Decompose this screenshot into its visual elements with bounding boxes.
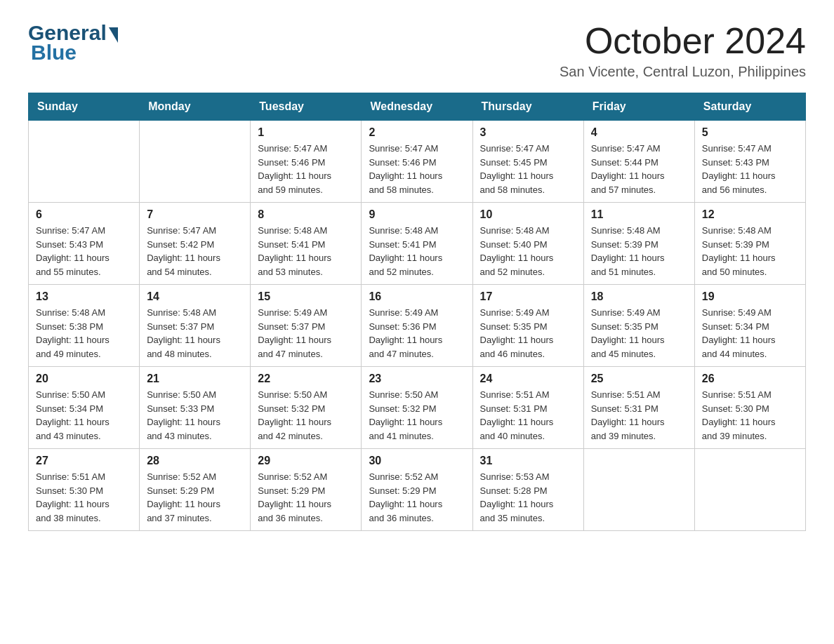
calendar-cell: 15Sunrise: 5:49 AMSunset: 5:37 PMDayligh… <box>251 285 362 367</box>
calendar-header-saturday: Saturday <box>694 93 805 121</box>
calendar-cell: 27Sunrise: 5:51 AMSunset: 5:30 PMDayligh… <box>29 449 140 531</box>
day-number: 20 <box>36 373 132 385</box>
calendar-cell: 6Sunrise: 5:47 AMSunset: 5:43 PMDaylight… <box>29 203 140 285</box>
calendar-cell: 29Sunrise: 5:52 AMSunset: 5:29 PMDayligh… <box>251 449 362 531</box>
calendar-header-sunday: Sunday <box>29 93 140 121</box>
calendar-cell <box>29 121 140 203</box>
day-number: 2 <box>369 126 465 139</box>
calendar-cell: 28Sunrise: 5:52 AMSunset: 5:29 PMDayligh… <box>140 449 251 531</box>
calendar-cell: 12Sunrise: 5:48 AMSunset: 5:39 PMDayligh… <box>694 203 805 285</box>
day-info: Sunrise: 5:49 AMSunset: 5:35 PMDaylight:… <box>480 306 576 361</box>
day-info: Sunrise: 5:52 AMSunset: 5:29 PMDaylight:… <box>147 470 243 525</box>
day-number: 30 <box>369 455 465 467</box>
calendar-cell: 9Sunrise: 5:48 AMSunset: 5:41 PMDaylight… <box>362 203 472 285</box>
day-info: Sunrise: 5:49 AMSunset: 5:37 PMDaylight:… <box>258 306 354 361</box>
logo: General Blue <box>28 21 118 65</box>
calendar-cell: 2Sunrise: 5:47 AMSunset: 5:46 PMDaylight… <box>362 121 472 203</box>
calendar-cell: 19Sunrise: 5:49 AMSunset: 5:34 PMDayligh… <box>694 285 805 367</box>
calendar-cell: 22Sunrise: 5:50 AMSunset: 5:32 PMDayligh… <box>251 367 362 449</box>
day-info: Sunrise: 5:50 AMSunset: 5:32 PMDaylight:… <box>369 388 465 443</box>
day-info: Sunrise: 5:47 AMSunset: 5:43 PMDaylight:… <box>702 142 798 196</box>
calendar-cell: 7Sunrise: 5:47 AMSunset: 5:42 PMDaylight… <box>140 203 251 285</box>
calendar-cell: 25Sunrise: 5:51 AMSunset: 5:31 PMDayligh… <box>583 367 694 449</box>
day-number: 14 <box>147 290 243 303</box>
day-number: 31 <box>480 455 576 467</box>
day-info: Sunrise: 5:47 AMSunset: 5:44 PMDaylight:… <box>591 142 687 196</box>
calendar-cell: 3Sunrise: 5:47 AMSunset: 5:45 PMDaylight… <box>472 121 583 203</box>
calendar-table: SundayMondayTuesdayWednesdayThursdayFrid… <box>28 93 806 531</box>
calendar-cell <box>140 121 251 203</box>
calendar-cell: 21Sunrise: 5:50 AMSunset: 5:33 PMDayligh… <box>140 367 251 449</box>
calendar-cell: 8Sunrise: 5:48 AMSunset: 5:41 PMDaylight… <box>251 203 362 285</box>
day-number: 28 <box>147 455 243 467</box>
title-area: October 2024 San Vicente, Central Luzon,… <box>560 21 806 80</box>
calendar-cell <box>583 449 694 531</box>
day-number: 1 <box>258 126 354 139</box>
day-number: 21 <box>147 373 243 385</box>
day-info: Sunrise: 5:48 AMSunset: 5:39 PMDaylight:… <box>702 224 798 279</box>
day-number: 4 <box>591 126 687 139</box>
day-info: Sunrise: 5:48 AMSunset: 5:41 PMDaylight:… <box>369 224 465 279</box>
day-info: Sunrise: 5:48 AMSunset: 5:38 PMDaylight:… <box>36 306 132 361</box>
calendar-header-thursday: Thursday <box>472 93 583 121</box>
day-info: Sunrise: 5:48 AMSunset: 5:40 PMDaylight:… <box>480 224 576 279</box>
day-number: 26 <box>702 373 798 385</box>
day-number: 27 <box>36 455 132 467</box>
calendar-week-row: 27Sunrise: 5:51 AMSunset: 5:30 PMDayligh… <box>29 449 806 531</box>
day-info: Sunrise: 5:47 AMSunset: 5:45 PMDaylight:… <box>480 142 576 196</box>
calendar-cell: 13Sunrise: 5:48 AMSunset: 5:38 PMDayligh… <box>29 285 140 367</box>
day-number: 15 <box>258 290 354 303</box>
day-number: 16 <box>369 290 465 303</box>
day-number: 18 <box>591 290 687 303</box>
day-info: Sunrise: 5:51 AMSunset: 5:31 PMDaylight:… <box>591 388 687 443</box>
day-info: Sunrise: 5:48 AMSunset: 5:39 PMDaylight:… <box>591 224 687 279</box>
calendar-cell: 23Sunrise: 5:50 AMSunset: 5:32 PMDayligh… <box>362 367 472 449</box>
day-info: Sunrise: 5:50 AMSunset: 5:34 PMDaylight:… <box>36 388 132 443</box>
calendar-cell: 30Sunrise: 5:52 AMSunset: 5:29 PMDayligh… <box>362 449 472 531</box>
calendar-header-tuesday: Tuesday <box>251 93 362 121</box>
calendar-cell: 26Sunrise: 5:51 AMSunset: 5:30 PMDayligh… <box>694 367 805 449</box>
calendar-week-row: 13Sunrise: 5:48 AMSunset: 5:38 PMDayligh… <box>29 285 806 367</box>
day-number: 29 <box>258 455 354 467</box>
calendar-week-row: 6Sunrise: 5:47 AMSunset: 5:43 PMDaylight… <box>29 203 806 285</box>
calendar-cell: 11Sunrise: 5:48 AMSunset: 5:39 PMDayligh… <box>583 203 694 285</box>
day-info: Sunrise: 5:52 AMSunset: 5:29 PMDaylight:… <box>258 470 354 525</box>
day-info: Sunrise: 5:50 AMSunset: 5:32 PMDaylight:… <box>258 388 354 443</box>
page-header: General Blue October 2024 San Vicente, C… <box>28 21 806 80</box>
calendar-cell: 31Sunrise: 5:53 AMSunset: 5:28 PMDayligh… <box>472 449 583 531</box>
day-info: Sunrise: 5:47 AMSunset: 5:42 PMDaylight:… <box>147 224 243 279</box>
day-number: 19 <box>702 290 798 303</box>
calendar-cell: 14Sunrise: 5:48 AMSunset: 5:37 PMDayligh… <box>140 285 251 367</box>
day-number: 3 <box>480 126 576 139</box>
calendar-header-row: SundayMondayTuesdayWednesdayThursdayFrid… <box>29 93 806 121</box>
day-number: 12 <box>702 208 798 221</box>
day-info: Sunrise: 5:49 AMSunset: 5:36 PMDaylight:… <box>369 306 465 361</box>
calendar-header-monday: Monday <box>140 93 251 121</box>
day-number: 9 <box>369 208 465 221</box>
day-info: Sunrise: 5:47 AMSunset: 5:46 PMDaylight:… <box>258 142 354 196</box>
calendar-cell: 4Sunrise: 5:47 AMSunset: 5:44 PMDaylight… <box>583 121 694 203</box>
calendar-cell: 18Sunrise: 5:49 AMSunset: 5:35 PMDayligh… <box>583 285 694 367</box>
calendar-cell: 1Sunrise: 5:47 AMSunset: 5:46 PMDaylight… <box>251 121 362 203</box>
day-number: 13 <box>36 290 132 303</box>
calendar-cell: 10Sunrise: 5:48 AMSunset: 5:40 PMDayligh… <box>472 203 583 285</box>
day-info: Sunrise: 5:49 AMSunset: 5:35 PMDaylight:… <box>591 306 687 361</box>
day-number: 23 <box>369 373 465 385</box>
calendar-cell <box>694 449 805 531</box>
day-number: 5 <box>702 126 798 139</box>
day-number: 7 <box>147 208 243 221</box>
day-info: Sunrise: 5:49 AMSunset: 5:34 PMDaylight:… <box>702 306 798 361</box>
calendar-cell: 16Sunrise: 5:49 AMSunset: 5:36 PMDayligh… <box>362 285 472 367</box>
calendar-header-wednesday: Wednesday <box>362 93 472 121</box>
day-info: Sunrise: 5:51 AMSunset: 5:31 PMDaylight:… <box>480 388 576 443</box>
day-info: Sunrise: 5:50 AMSunset: 5:33 PMDaylight:… <box>147 388 243 443</box>
logo-triangle-icon <box>109 27 118 43</box>
logo-blue-text: Blue <box>28 41 77 65</box>
day-info: Sunrise: 5:51 AMSunset: 5:30 PMDaylight:… <box>702 388 798 443</box>
calendar-header-friday: Friday <box>583 93 694 121</box>
day-info: Sunrise: 5:47 AMSunset: 5:43 PMDaylight:… <box>36 224 132 279</box>
day-info: Sunrise: 5:48 AMSunset: 5:37 PMDaylight:… <box>147 306 243 361</box>
calendar-cell: 17Sunrise: 5:49 AMSunset: 5:35 PMDayligh… <box>472 285 583 367</box>
calendar-cell: 5Sunrise: 5:47 AMSunset: 5:43 PMDaylight… <box>694 121 805 203</box>
calendar-week-row: 20Sunrise: 5:50 AMSunset: 5:34 PMDayligh… <box>29 367 806 449</box>
